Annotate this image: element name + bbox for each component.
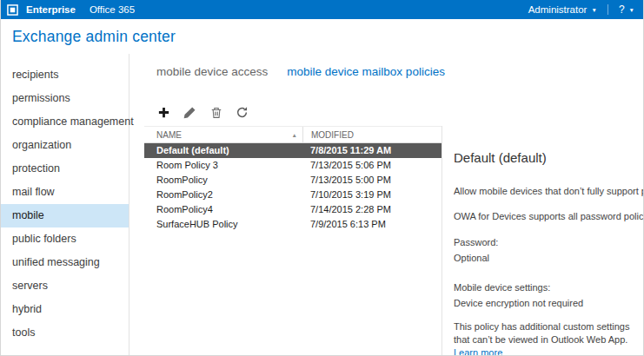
table-row[interactable]: Default (default) 7/8/2015 11:29 AM <box>144 143 442 158</box>
policy-name-cell: SurfaceHUB Policy <box>144 217 302 232</box>
table-row[interactable]: RoomPolicy2 7/10/2015 3:19 PM <box>144 188 442 202</box>
page-header: Exchange admin center <box>1 19 643 54</box>
policy-modified-cell: 7/13/2015 5:00 PM <box>302 173 442 188</box>
delete-icon <box>210 106 222 119</box>
mobile-device-settings-label: Mobile device settings: <box>454 282 643 293</box>
policy-modified-cell: 7/13/2015 5:06 PM <box>302 158 442 173</box>
policy-modified-cell: 7/14/2015 2:28 PM <box>302 202 442 217</box>
tab-mobile-device-access[interactable]: mobile device access <box>156 65 268 78</box>
office-logo-icon <box>7 4 18 16</box>
main-content: mobile device access mobile device mailb… <box>129 54 643 355</box>
sidebar-item[interactable]: organization <box>1 134 129 157</box>
details-title: Default (default) <box>454 150 643 165</box>
add-button[interactable] <box>156 105 171 120</box>
sidebar-item[interactable]: protection <box>1 157 129 181</box>
policy-modified-cell: 7/8/2015 11:29 AM <box>302 143 442 158</box>
sidebar-item-label: protection <box>12 162 60 175</box>
custom-settings-note: This policy has additional custom settin… <box>454 320 643 355</box>
policy-modified-cell: 7/9/2015 6:13 PM <box>302 217 442 232</box>
suite-bar: Enterprise Office 365 Administrator ▼ ? … <box>1 0 643 19</box>
user-menu-button[interactable]: Administrator ▼ <box>528 4 597 15</box>
table-row[interactable]: SurfaceHUB Policy 7/9/2015 6:13 PM <box>144 217 442 232</box>
details-description-line2: OWA for Devices supports all password po… <box>454 211 643 222</box>
table-row[interactable]: RoomPolicy4 7/14/2015 2:28 PM <box>144 202 442 217</box>
sidebar-item-label: public folders <box>12 233 76 245</box>
sidebar-item[interactable]: tools <box>1 321 129 345</box>
column-modified-label: MODIFIED <box>311 130 354 140</box>
sidebar-item-label: compliance management <box>12 115 134 128</box>
suite-tab-office365[interactable]: Office 365 <box>90 4 135 15</box>
refresh-button[interactable] <box>235 105 249 120</box>
sidebar-item-label: tools <box>12 326 35 339</box>
sort-ascending-icon: ▲ <box>292 132 297 138</box>
delete-button[interactable] <box>209 105 223 120</box>
column-header-modified[interactable]: MODIFIED <box>302 127 442 142</box>
edit-icon <box>183 106 196 119</box>
sidebar-item[interactable]: servers <box>1 274 129 298</box>
topbar-separator <box>607 4 608 15</box>
section-tabs: mobile device access mobile device mailb… <box>129 54 643 78</box>
policy-name-cell: RoomPolicy2 <box>144 188 302 202</box>
sidebar-item-label: hybrid <box>12 303 42 315</box>
body: recipients permissions compliance manage… <box>1 54 643 355</box>
sidebar-item[interactable]: public folders <box>1 227 129 251</box>
details-description-line1: Allow mobile devices that don’t fully su… <box>454 186 643 197</box>
note-text: This policy has additional custom settin… <box>454 321 629 345</box>
policy-name-cell: RoomPolicy <box>144 173 302 188</box>
sidebar-item[interactable]: compliance management <box>1 110 129 134</box>
table-header: NAME ▲ MODIFIED <box>144 126 442 143</box>
tab-mobile-device-mailbox-policies[interactable]: mobile device mailbox policies <box>287 65 445 78</box>
chevron-down-icon: ▼ <box>629 7 634 13</box>
sidebar-item-label: servers <box>12 280 48 292</box>
content-row: NAME ▲ MODIFIED Default (default) 7/8/20 <box>129 126 643 355</box>
policy-table: NAME ▲ MODIFIED Default (default) 7/8/20 <box>144 126 442 355</box>
suite-tab-enterprise[interactable]: Enterprise <box>26 4 76 15</box>
help-menu-button[interactable]: ? ▼ <box>619 3 634 16</box>
mobile-device-settings-value: Device encryption not required <box>454 298 643 309</box>
sidebar-item-label: recipients <box>12 69 59 81</box>
sidebar-item-label: unified messaging <box>12 256 100 268</box>
sidebar-item-label: organization <box>12 139 71 151</box>
policy-name-cell: Room Policy 3 <box>144 158 302 173</box>
help-icon: ? <box>619 3 625 16</box>
user-menu-label: Administrator <box>528 4 588 15</box>
column-name-label: NAME <box>156 130 182 140</box>
policy-modified-cell: 7/10/2015 3:19 PM <box>302 188 442 202</box>
sidebar-item[interactable]: recipients <box>1 63 129 87</box>
sidebar-item[interactable]: unified messaging <box>1 251 129 274</box>
password-value: Optional <box>454 253 643 264</box>
sidebar-nav: recipients permissions compliance manage… <box>1 54 129 355</box>
sidebar-item-label: mail flow <box>12 186 55 198</box>
chevron-down-icon: ▼ <box>591 7 596 13</box>
add-icon <box>157 106 170 119</box>
exchange-admin-center-window: Enterprise Office 365 Administrator ▼ ? … <box>0 0 644 356</box>
sidebar-item-label: mobile <box>12 209 44 221</box>
policy-name-cell: Default (default) <box>144 143 302 158</box>
password-label: Password: <box>454 237 643 248</box>
edit-button[interactable] <box>183 105 197 120</box>
policy-name-cell: RoomPolicy4 <box>144 202 302 217</box>
suite-bar-right: Administrator ▼ ? ▼ <box>528 3 634 16</box>
table-body: Default (default) 7/8/2015 11:29 AM Room… <box>144 143 442 232</box>
page-title: Exchange admin center <box>12 28 176 46</box>
sidebar-item[interactable]: permissions <box>1 87 129 110</box>
sidebar-item[interactable]: hybrid <box>1 298 129 321</box>
sidebar-item[interactable]: mail flow <box>1 181 129 204</box>
sidebar-item-label: permissions <box>12 92 70 104</box>
toolbar <box>129 78 643 126</box>
sidebar-item[interactable]: mobile <box>1 204 129 227</box>
details-pane: Default (default) Allow mobile devices t… <box>442 126 643 355</box>
table-row[interactable]: RoomPolicy 7/13/2015 5:00 PM <box>144 173 442 188</box>
table-row[interactable]: Room Policy 3 7/13/2015 5:06 PM <box>144 158 442 173</box>
column-header-name[interactable]: NAME ▲ <box>144 127 302 142</box>
refresh-icon <box>236 106 249 119</box>
learn-more-link[interactable]: Learn more <box>454 347 502 355</box>
